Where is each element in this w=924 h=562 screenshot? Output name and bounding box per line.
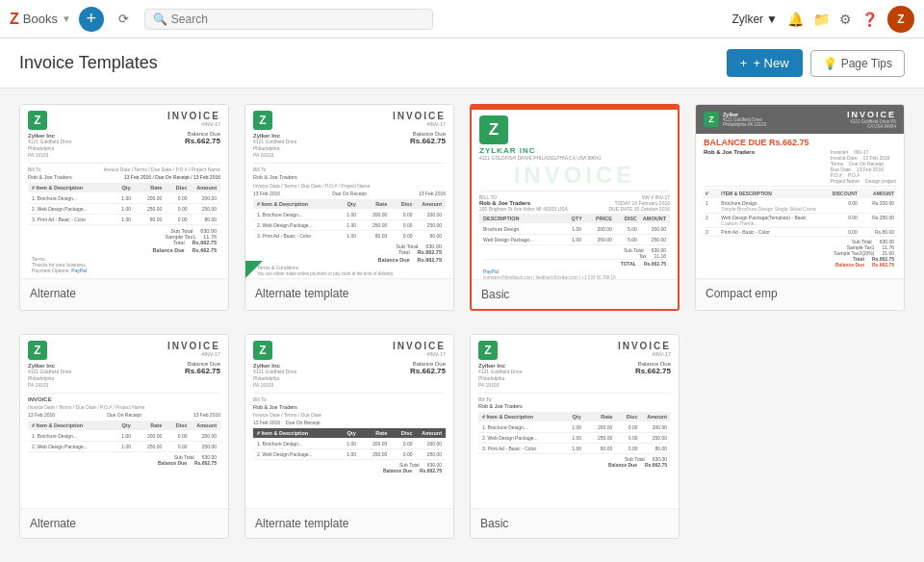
search-icon: 🔍 [153,13,167,26]
template-grid-row1: Z Zylker Inc 4121 Goldfield DrivePhilade… [19,104,905,311]
notifications-icon[interactable]: 🔔 [787,12,804,27]
template-preview-basic-2: Z Zylker Inc 4121 Goldfield DrivePhilade… [471,335,679,508]
page-title: Invoice Templates [19,53,727,73]
new-label: + New [753,56,788,70]
settings-icon[interactable]: ⚙ [839,12,852,27]
help-icon[interactable]: ❓ [861,12,878,27]
template-preview-alternate-template: Z Zylker Inc 4121 Goldfield DrivePhilade… [245,105,453,278]
page-tips-button[interactable]: 💡 Page Tips [810,50,905,77]
template-label-alternate: Alternate [20,278,228,308]
search-input[interactable] [171,13,424,26]
logo-books: Books [23,12,58,26]
tips-bulb-icon: 💡 [823,57,837,70]
top-navigation: Z Books ▼ + ⟳ 🔍 Zylker ▼ 🔔 📁 ⚙ ❓ Z [0,0,924,38]
template-alternate-template-2[interactable]: Z Zylker Inc 4121 Goldfield DrivePhilade… [244,334,454,539]
template-alternate-template[interactable]: Z Zylker Inc 4121 Goldfield DrivePhilade… [244,104,454,311]
search-box: 🔍 [144,9,433,30]
template-preview-compact: Z Zylker 4121 Goldfield Drive Philadelph… [696,105,904,278]
page-tips-label: Page Tips [841,57,892,70]
logo-z: Z [10,11,19,28]
logo-caret: ▼ [62,13,71,24]
recent-items-button[interactable]: ⟳ [112,7,137,32]
new-template-button[interactable]: + + New [727,49,803,77]
template-basic-2[interactable]: Z Zylker Inc 4121 Goldfield DrivePhilade… [470,334,680,539]
main-content: Z Zylker Inc 4121 Goldfield DrivePhilade… [0,89,924,562]
app-logo[interactable]: Z Books ▼ [10,11,71,28]
template-preview-alternate: Z Zylker Inc 4121 Goldfield DrivePhilade… [20,105,228,278]
template-alternate[interactable]: Z Zylker Inc 4121 Goldfield DrivePhilade… [19,104,229,311]
user-caret-icon: ▼ [766,13,778,26]
template-label-alternate-2: Alternate [20,508,228,538]
template-label-basic-2: Basic [471,508,679,538]
create-new-button[interactable]: + [79,7,104,32]
template-label-alternate-template-2: Alternate template [245,508,453,538]
avatar[interactable]: Z [887,6,914,33]
template-label-basic: Basic [472,279,678,309]
template-compact-emp[interactable]: Z Zylker 4121 Goldfield Drive Philadelph… [695,104,905,311]
files-icon[interactable]: 📁 [813,12,830,27]
template-label-alternate-template: Alternate template [245,278,453,308]
template-label-compact-emp: Compact emp [696,278,904,308]
template-basic[interactable]: Z ZYLKAR INC 4121 GOLDFISH DRIVE PHILADE… [470,104,680,311]
new-plus-icon: + [740,56,748,70]
page-header: Invoice Templates + + New 💡 Page Tips [0,38,924,89]
template-alternate-2[interactable]: Z Zylker Inc 4121 Goldfield DrivePhilade… [19,334,229,539]
template-preview-alternate-2: Z Zylker Inc 4121 Goldfield DrivePhilade… [20,335,228,508]
nav-right: Zylker ▼ 🔔 📁 ⚙ ❓ Z [732,6,914,33]
template-grid-row2: Z Zylker Inc 4121 Goldfield DrivePhilade… [19,334,905,539]
username-label: Zylker [732,13,763,26]
user-menu[interactable]: Zylker ▼ [732,13,778,26]
template-preview-basic: Z ZYLKAR INC 4121 GOLDFISH DRIVE PHILADE… [472,106,678,279]
template-preview-alternate-template-2: Z Zylker Inc 4121 Goldfield DrivePhilade… [245,335,453,508]
